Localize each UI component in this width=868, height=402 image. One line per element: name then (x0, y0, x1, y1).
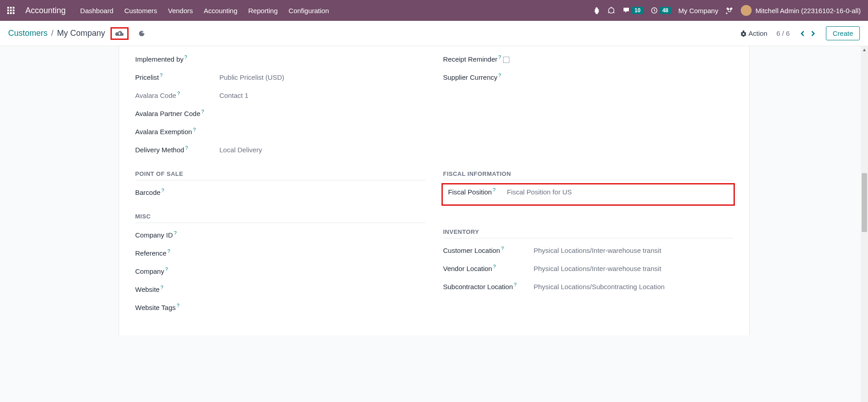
breadcrumb: Customers / My Company (8, 27, 146, 40)
value-fiscal-position[interactable]: Fiscal Position for US (507, 188, 572, 196)
value-pricelist[interactable]: Public Pricelist (USD) (220, 73, 284, 81)
section-misc: MISC (135, 202, 425, 223)
label-customer-location: Customer Location? (443, 246, 534, 254)
svg-point-0 (609, 8, 614, 13)
help-icon[interactable]: ? (177, 303, 179, 308)
nav-dashboard[interactable]: Dashboard (80, 7, 113, 15)
breadcrumb-customers[interactable]: Customers (8, 29, 48, 38)
user-avatar (741, 5, 752, 16)
nav-accounting[interactable]: Accounting (204, 7, 237, 15)
save-highlight-box (110, 27, 129, 40)
label-website-tags: Website Tags? (135, 303, 220, 311)
vertical-scrollbar[interactable]: ▲ (861, 46, 868, 335)
apps-menu-icon[interactable] (7, 7, 14, 14)
debug-icon[interactable] (593, 7, 600, 14)
label-fiscal-position: Fiscal Position? (448, 187, 507, 196)
breadcrumb-current: My Company (57, 29, 105, 38)
help-icon[interactable]: ? (514, 282, 517, 287)
scrollbar-thumb[interactable] (862, 173, 867, 232)
label-subcontractor-location: Subcontractor Location? (443, 282, 534, 291)
pager-count[interactable]: 6 / 6 (777, 29, 790, 37)
help-icon[interactable]: ? (184, 54, 187, 60)
help-icon[interactable]: ? (493, 264, 496, 269)
label-avalara-exemption: Avalara Exemption? (135, 127, 220, 136)
label-vendor-location: Vendor Location? (443, 264, 534, 272)
help-icon[interactable]: ? (501, 246, 504, 251)
support-icon[interactable] (607, 6, 615, 15)
help-icon[interactable]: ? (499, 54, 501, 60)
value-subcontractor-location[interactable]: Physical Locations/Subcontracting Locati… (534, 283, 665, 291)
label-implemented-by: Implemented by? (135, 54, 220, 63)
label-receipt-reminder: Receipt Reminder? (443, 54, 528, 63)
help-icon[interactable]: ? (493, 187, 495, 193)
user-name: Mitchell Admin (22316102-16-0-all) (755, 7, 861, 15)
messages-badge: 10 (632, 7, 643, 14)
nav-customers[interactable]: Customers (124, 7, 157, 15)
app-name[interactable]: Accounting (25, 6, 66, 15)
help-icon[interactable]: ? (161, 188, 164, 193)
label-website: Website? (135, 285, 220, 293)
label-company: Company? (135, 266, 220, 275)
help-icon[interactable]: ? (177, 91, 180, 96)
value-vendor-location[interactable]: Physical Locations/Inter-warehouse trans… (534, 265, 662, 272)
control-panel: Customers / My Company Action 6 / 6 Crea… (0, 21, 868, 46)
help-icon[interactable]: ? (174, 230, 177, 236)
section-fiscal-information: FISCAL INFORMATION (443, 160, 733, 180)
help-icon[interactable]: ? (160, 73, 163, 78)
tools-icon[interactable] (725, 6, 734, 15)
help-icon[interactable]: ? (499, 73, 501, 78)
messages-button[interactable]: 10 (623, 7, 643, 14)
create-button[interactable]: Create (826, 26, 860, 40)
cloud-save-icon[interactable] (115, 29, 125, 38)
value-customer-location[interactable]: Physical Locations/Inter-warehouse trans… (534, 247, 662, 254)
pager-next-icon[interactable] (809, 30, 817, 37)
value-delivery-method[interactable]: Local Delivery (220, 146, 262, 154)
help-icon[interactable]: ? (193, 127, 196, 132)
label-pricelist: Pricelist? (135, 73, 220, 81)
fiscal-position-highlight: Fiscal Position? Fiscal Position for US (441, 183, 735, 206)
nav-vendors[interactable]: Vendors (168, 7, 193, 15)
form-view: Implemented by? Pricelist? Public Pricel… (0, 46, 868, 335)
action-button[interactable]: Action (740, 29, 767, 37)
top-navigation-bar: Accounting Dashboard Customers Vendors A… (0, 0, 868, 21)
scroll-up-arrow[interactable]: ▲ (861, 46, 868, 52)
help-icon[interactable]: ? (165, 266, 168, 272)
help-icon[interactable]: ? (160, 285, 163, 290)
help-icon[interactable]: ? (201, 109, 204, 114)
value-avalara-code[interactable]: Contact 1 (220, 92, 249, 99)
help-icon[interactable]: ? (168, 248, 170, 254)
receipt-reminder-checkbox[interactable] (503, 57, 509, 63)
discard-icon[interactable] (138, 29, 146, 38)
activities-button[interactable]: 48 (651, 7, 671, 14)
section-inventory: INVENTORY (443, 218, 733, 238)
activities-badge: 48 (660, 7, 671, 14)
nav-reporting[interactable]: Reporting (248, 7, 278, 15)
label-supplier-currency: Supplier Currency? (443, 73, 528, 81)
help-icon[interactable]: ? (185, 145, 188, 150)
pager-prev-icon[interactable] (799, 30, 807, 37)
nav-configuration[interactable]: Configuration (288, 7, 329, 15)
label-avalara-code: Avalara Code? (135, 91, 220, 99)
section-point-of-sale: POINT OF SALE (135, 160, 425, 180)
user-menu[interactable]: Mitchell Admin (22316102-16-0-all) (741, 5, 861, 16)
label-avalara-partner-code: Avalara Partner Code? (135, 109, 220, 117)
label-reference: Reference? (135, 248, 220, 257)
label-barcode: Barcode? (135, 188, 220, 196)
company-selector[interactable]: My Company (678, 7, 718, 15)
label-company-id: Company ID? (135, 230, 220, 239)
label-delivery-method: Delivery Method? (135, 145, 220, 154)
